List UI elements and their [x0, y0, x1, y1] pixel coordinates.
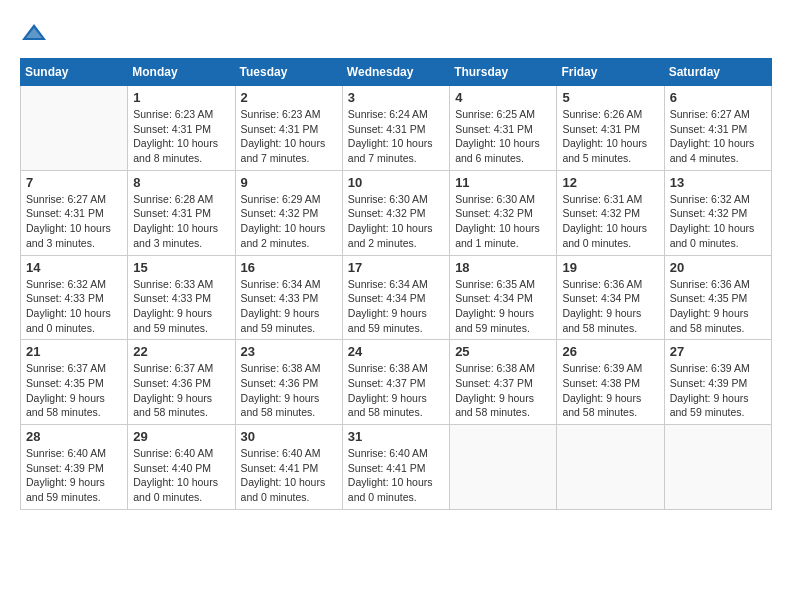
calendar-cell: 22Sunrise: 6:37 AM Sunset: 4:36 PM Dayli…	[128, 340, 235, 425]
day-number: 22	[133, 344, 229, 359]
weekday-header-friday: Friday	[557, 59, 664, 86]
calendar-cell: 21Sunrise: 6:37 AM Sunset: 4:35 PM Dayli…	[21, 340, 128, 425]
calendar-week-row: 21Sunrise: 6:37 AM Sunset: 4:35 PM Dayli…	[21, 340, 772, 425]
day-number: 30	[241, 429, 337, 444]
day-number: 13	[670, 175, 766, 190]
calendar-cell: 13Sunrise: 6:32 AM Sunset: 4:32 PM Dayli…	[664, 170, 771, 255]
day-info: Sunrise: 6:40 AM Sunset: 4:39 PM Dayligh…	[26, 446, 122, 505]
calendar-cell: 23Sunrise: 6:38 AM Sunset: 4:36 PM Dayli…	[235, 340, 342, 425]
day-info: Sunrise: 6:34 AM Sunset: 4:34 PM Dayligh…	[348, 277, 444, 336]
day-number: 18	[455, 260, 551, 275]
day-info: Sunrise: 6:24 AM Sunset: 4:31 PM Dayligh…	[348, 107, 444, 166]
day-info: Sunrise: 6:34 AM Sunset: 4:33 PM Dayligh…	[241, 277, 337, 336]
calendar-cell: 6Sunrise: 6:27 AM Sunset: 4:31 PM Daylig…	[664, 86, 771, 171]
day-number: 16	[241, 260, 337, 275]
logo-icon	[20, 20, 48, 48]
calendar-cell	[450, 425, 557, 510]
calendar-cell	[21, 86, 128, 171]
calendar-cell: 14Sunrise: 6:32 AM Sunset: 4:33 PM Dayli…	[21, 255, 128, 340]
day-info: Sunrise: 6:39 AM Sunset: 4:39 PM Dayligh…	[670, 361, 766, 420]
calendar-cell: 9Sunrise: 6:29 AM Sunset: 4:32 PM Daylig…	[235, 170, 342, 255]
day-number: 9	[241, 175, 337, 190]
weekday-header-row: SundayMondayTuesdayWednesdayThursdayFrid…	[21, 59, 772, 86]
day-info: Sunrise: 6:30 AM Sunset: 4:32 PM Dayligh…	[348, 192, 444, 251]
day-info: Sunrise: 6:36 AM Sunset: 4:34 PM Dayligh…	[562, 277, 658, 336]
day-info: Sunrise: 6:40 AM Sunset: 4:41 PM Dayligh…	[348, 446, 444, 505]
day-number: 5	[562, 90, 658, 105]
calendar-cell: 31Sunrise: 6:40 AM Sunset: 4:41 PM Dayli…	[342, 425, 449, 510]
day-info: Sunrise: 6:38 AM Sunset: 4:37 PM Dayligh…	[348, 361, 444, 420]
day-info: Sunrise: 6:31 AM Sunset: 4:32 PM Dayligh…	[562, 192, 658, 251]
calendar-table: SundayMondayTuesdayWednesdayThursdayFrid…	[20, 58, 772, 510]
day-info: Sunrise: 6:27 AM Sunset: 4:31 PM Dayligh…	[670, 107, 766, 166]
day-info: Sunrise: 6:29 AM Sunset: 4:32 PM Dayligh…	[241, 192, 337, 251]
day-number: 17	[348, 260, 444, 275]
calendar-cell	[557, 425, 664, 510]
day-number: 8	[133, 175, 229, 190]
day-number: 6	[670, 90, 766, 105]
page-header	[20, 20, 772, 48]
calendar-week-row: 7Sunrise: 6:27 AM Sunset: 4:31 PM Daylig…	[21, 170, 772, 255]
calendar-cell: 29Sunrise: 6:40 AM Sunset: 4:40 PM Dayli…	[128, 425, 235, 510]
day-info: Sunrise: 6:32 AM Sunset: 4:32 PM Dayligh…	[670, 192, 766, 251]
calendar-cell: 25Sunrise: 6:38 AM Sunset: 4:37 PM Dayli…	[450, 340, 557, 425]
calendar-cell: 30Sunrise: 6:40 AM Sunset: 4:41 PM Dayli…	[235, 425, 342, 510]
weekday-header-tuesday: Tuesday	[235, 59, 342, 86]
calendar-week-row: 14Sunrise: 6:32 AM Sunset: 4:33 PM Dayli…	[21, 255, 772, 340]
calendar-cell: 19Sunrise: 6:36 AM Sunset: 4:34 PM Dayli…	[557, 255, 664, 340]
calendar-cell: 1Sunrise: 6:23 AM Sunset: 4:31 PM Daylig…	[128, 86, 235, 171]
day-info: Sunrise: 6:38 AM Sunset: 4:36 PM Dayligh…	[241, 361, 337, 420]
weekday-header-saturday: Saturday	[664, 59, 771, 86]
calendar-week-row: 28Sunrise: 6:40 AM Sunset: 4:39 PM Dayli…	[21, 425, 772, 510]
day-info: Sunrise: 6:28 AM Sunset: 4:31 PM Dayligh…	[133, 192, 229, 251]
day-number: 26	[562, 344, 658, 359]
weekday-header-thursday: Thursday	[450, 59, 557, 86]
day-number: 23	[241, 344, 337, 359]
day-number: 31	[348, 429, 444, 444]
day-number: 19	[562, 260, 658, 275]
day-info: Sunrise: 6:27 AM Sunset: 4:31 PM Dayligh…	[26, 192, 122, 251]
calendar-cell: 18Sunrise: 6:35 AM Sunset: 4:34 PM Dayli…	[450, 255, 557, 340]
calendar-week-row: 1Sunrise: 6:23 AM Sunset: 4:31 PM Daylig…	[21, 86, 772, 171]
calendar-cell: 4Sunrise: 6:25 AM Sunset: 4:31 PM Daylig…	[450, 86, 557, 171]
day-info: Sunrise: 6:36 AM Sunset: 4:35 PM Dayligh…	[670, 277, 766, 336]
day-number: 27	[670, 344, 766, 359]
calendar-cell: 17Sunrise: 6:34 AM Sunset: 4:34 PM Dayli…	[342, 255, 449, 340]
calendar-cell	[664, 425, 771, 510]
day-number: 21	[26, 344, 122, 359]
day-number: 29	[133, 429, 229, 444]
day-number: 10	[348, 175, 444, 190]
day-number: 25	[455, 344, 551, 359]
day-info: Sunrise: 6:37 AM Sunset: 4:35 PM Dayligh…	[26, 361, 122, 420]
day-info: Sunrise: 6:30 AM Sunset: 4:32 PM Dayligh…	[455, 192, 551, 251]
day-info: Sunrise: 6:38 AM Sunset: 4:37 PM Dayligh…	[455, 361, 551, 420]
day-info: Sunrise: 6:25 AM Sunset: 4:31 PM Dayligh…	[455, 107, 551, 166]
calendar-cell: 27Sunrise: 6:39 AM Sunset: 4:39 PM Dayli…	[664, 340, 771, 425]
day-number: 20	[670, 260, 766, 275]
weekday-header-monday: Monday	[128, 59, 235, 86]
day-info: Sunrise: 6:23 AM Sunset: 4:31 PM Dayligh…	[133, 107, 229, 166]
calendar-cell: 5Sunrise: 6:26 AM Sunset: 4:31 PM Daylig…	[557, 86, 664, 171]
day-number: 12	[562, 175, 658, 190]
day-info: Sunrise: 6:33 AM Sunset: 4:33 PM Dayligh…	[133, 277, 229, 336]
day-info: Sunrise: 6:26 AM Sunset: 4:31 PM Dayligh…	[562, 107, 658, 166]
day-info: Sunrise: 6:40 AM Sunset: 4:41 PM Dayligh…	[241, 446, 337, 505]
calendar-cell: 10Sunrise: 6:30 AM Sunset: 4:32 PM Dayli…	[342, 170, 449, 255]
calendar-cell: 8Sunrise: 6:28 AM Sunset: 4:31 PM Daylig…	[128, 170, 235, 255]
day-number: 24	[348, 344, 444, 359]
day-number: 15	[133, 260, 229, 275]
day-info: Sunrise: 6:37 AM Sunset: 4:36 PM Dayligh…	[133, 361, 229, 420]
day-info: Sunrise: 6:39 AM Sunset: 4:38 PM Dayligh…	[562, 361, 658, 420]
day-info: Sunrise: 6:23 AM Sunset: 4:31 PM Dayligh…	[241, 107, 337, 166]
day-info: Sunrise: 6:35 AM Sunset: 4:34 PM Dayligh…	[455, 277, 551, 336]
calendar-cell: 11Sunrise: 6:30 AM Sunset: 4:32 PM Dayli…	[450, 170, 557, 255]
day-number: 14	[26, 260, 122, 275]
calendar-cell: 3Sunrise: 6:24 AM Sunset: 4:31 PM Daylig…	[342, 86, 449, 171]
weekday-header-wednesday: Wednesday	[342, 59, 449, 86]
day-number: 2	[241, 90, 337, 105]
calendar-cell: 20Sunrise: 6:36 AM Sunset: 4:35 PM Dayli…	[664, 255, 771, 340]
calendar-cell: 16Sunrise: 6:34 AM Sunset: 4:33 PM Dayli…	[235, 255, 342, 340]
day-number: 28	[26, 429, 122, 444]
calendar-cell: 2Sunrise: 6:23 AM Sunset: 4:31 PM Daylig…	[235, 86, 342, 171]
day-number: 1	[133, 90, 229, 105]
